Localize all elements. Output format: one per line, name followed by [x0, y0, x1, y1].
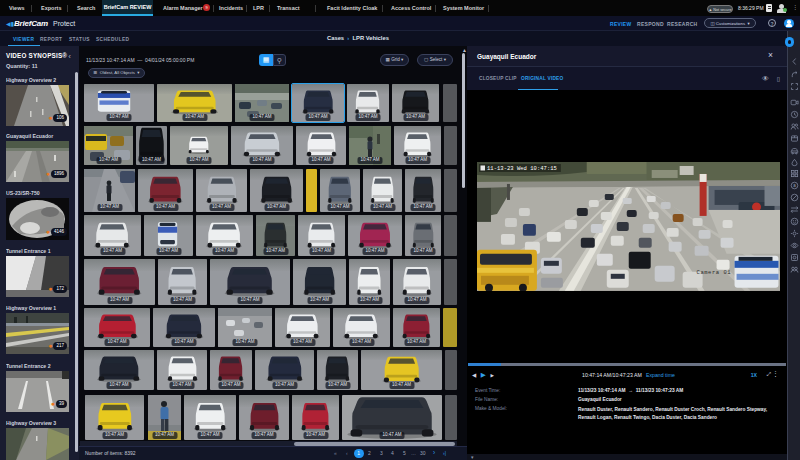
svg-text:11-13-23 Wed 10:47:15: 11-13-23 Wed 10:47:15	[487, 165, 557, 172]
svg-text:a: a	[793, 183, 796, 188]
svg-text:Camera 01: Camera 01	[697, 269, 732, 276]
